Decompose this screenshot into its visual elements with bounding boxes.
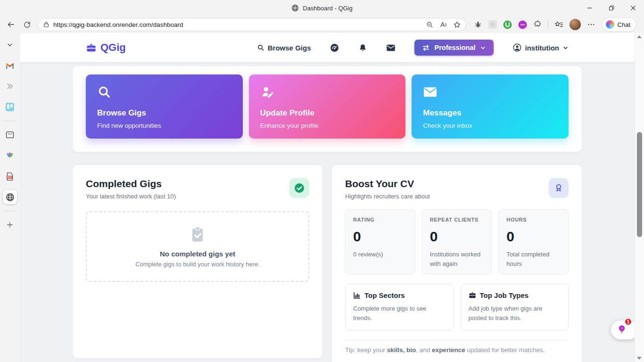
nav-browse-gigs[interactable]: Browse Gigs xyxy=(257,44,311,52)
designer-icon[interactable] xyxy=(3,148,17,163)
back-button[interactable] xyxy=(4,17,18,32)
gmail-icon[interactable] xyxy=(3,58,17,73)
search-icon xyxy=(97,85,231,99)
globe-icon xyxy=(291,4,299,12)
copilot-icon xyxy=(606,20,614,29)
url-input[interactable] xyxy=(53,21,422,28)
scroll-up-arrow[interactable] xyxy=(637,35,642,38)
copilot-label: Chat xyxy=(618,21,630,28)
window-icon[interactable] xyxy=(3,128,17,142)
svg-text:PDF: PDF xyxy=(7,176,12,178)
award-medal-badge xyxy=(549,178,569,198)
bug-extension-icon[interactable] xyxy=(474,20,482,29)
green-extension-icon[interactable] xyxy=(503,20,512,29)
favorite-star-icon[interactable] xyxy=(453,21,461,29)
briefcase-icon xyxy=(469,292,476,299)
minimize-button[interactable] xyxy=(579,0,601,16)
more-icon[interactable] xyxy=(587,20,595,29)
completed-gigs-panel: Completed Gigs Your latest finished work… xyxy=(73,165,322,358)
browser-titlebar: Dashboard - QGig xyxy=(0,0,644,16)
scroll-down-arrow[interactable] xyxy=(637,357,642,360)
quick-action-messages[interactable]: Messages Check your inbox xyxy=(412,74,569,139)
brand-name: QGig xyxy=(100,41,126,54)
site-navbar: QGig Browse Gigs xyxy=(20,33,635,62)
chevron-down-icon[interactable] xyxy=(3,38,17,52)
refresh-button[interactable] xyxy=(20,17,34,32)
notification-badge: 1 xyxy=(624,318,632,326)
toolbar-divider xyxy=(548,21,548,28)
address-bar[interactable] xyxy=(38,18,466,31)
close-button[interactable] xyxy=(622,0,644,16)
bar-chart-icon xyxy=(353,292,361,299)
cv-insights-row: Top Sectors Complete more gigs to see tr… xyxy=(345,284,569,330)
copilot-chat-button[interactable]: Chat xyxy=(602,17,636,32)
quick-actions-panel: Browse Gigs Find new opportunities Updat… xyxy=(73,66,582,152)
top-job-types-card: Top Job Types Add job type when gigs are… xyxy=(461,284,569,330)
top-sectors-card: Top Sectors Complete more gigs to see tr… xyxy=(345,284,454,330)
favorites-icon[interactable] xyxy=(554,20,563,29)
browser-toolbar: Chat xyxy=(0,16,644,33)
profile-avatar[interactable] xyxy=(570,19,581,30)
page-viewport: QGig Browse Gigs xyxy=(20,33,635,362)
scroll-thumb[interactable] xyxy=(637,132,642,237)
person-circle-icon xyxy=(512,43,522,52)
check-circle-badge xyxy=(289,178,309,198)
purple-extension-icon[interactable] xyxy=(518,20,527,29)
extensions-puzzle-icon[interactable] xyxy=(533,20,542,29)
trello-icon[interactable] xyxy=(3,100,17,114)
disabled-extension-icon[interactable] xyxy=(488,20,497,29)
chevron-down-icon xyxy=(480,45,486,51)
quick-action-browse-gigs[interactable]: Browse Gigs Find new opportunities xyxy=(86,74,243,139)
chevron-down-icon xyxy=(562,45,569,51)
panel-title: Boost Your CV xyxy=(345,178,430,189)
rail-divider xyxy=(4,121,16,121)
divider xyxy=(345,340,569,340)
dashboard-gauge-icon[interactable] xyxy=(330,43,339,53)
messages-envelope-icon[interactable] xyxy=(386,44,396,52)
clipboard-check-icon xyxy=(189,226,206,244)
rail-divider xyxy=(4,211,16,211)
zoom-out-icon[interactable] xyxy=(426,21,434,29)
lock-icon[interactable] xyxy=(43,21,50,28)
tab-title: Dashboard - QGig xyxy=(303,5,353,12)
role-switch-button[interactable]: Professional xyxy=(414,40,493,56)
swap-arrows-icon xyxy=(422,44,430,51)
boost-cv-panel: Boost Your CV Highlights recruiters care… xyxy=(332,165,582,362)
envelope-icon xyxy=(423,85,557,99)
stat-hours: HOURS 0 Total completed hours xyxy=(498,209,569,274)
cv-stats-row: RATING 0 0 review(s) REPEAT CLIENTS 0 In… xyxy=(345,209,569,274)
user-edit-icon xyxy=(260,85,395,99)
empty-state: No completed gigs yet Complete gigs to b… xyxy=(86,211,309,282)
cv-tip: Tip: keep your skills, bio, and experien… xyxy=(345,346,569,354)
stat-repeat-clients: REPEAT CLIENTS 0 Institutions worked wit… xyxy=(422,209,492,274)
pdf-icon[interactable]: PDF xyxy=(3,169,17,183)
stat-rating: RATING 0 0 review(s) xyxy=(345,209,415,274)
search-icon xyxy=(257,44,264,51)
browser-side-rail: PDF xyxy=(0,33,20,362)
add-icon[interactable] xyxy=(3,218,17,232)
double-chevron-icon[interactable] xyxy=(3,79,17,93)
panel-title: Completed Gigs xyxy=(86,178,176,189)
restore-button[interactable] xyxy=(601,0,622,16)
read-aloud-icon[interactable] xyxy=(439,21,447,29)
brand-logo[interactable]: QGig xyxy=(86,41,126,54)
briefcase-icon xyxy=(86,42,97,53)
chat-widget-icon xyxy=(617,324,627,336)
globe-icon[interactable] xyxy=(3,190,17,204)
notifications-bell-icon[interactable] xyxy=(358,43,367,53)
quick-action-update-profile[interactable]: Update Profile Enhance your profile xyxy=(249,74,406,139)
account-menu[interactable]: institution xyxy=(512,43,569,52)
chat-launcher[interactable]: 1 xyxy=(611,321,635,339)
page-scrollbar[interactable] xyxy=(635,33,644,362)
